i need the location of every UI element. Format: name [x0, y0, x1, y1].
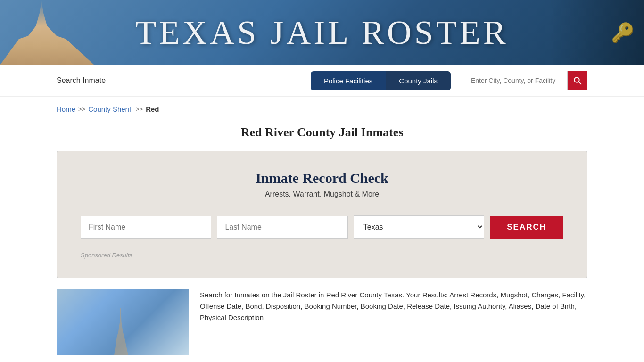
search-form-row: AlabamaAlaskaArizonaArkansasCaliforniaCo… — [81, 215, 563, 239]
search-inmate-label: Search Inmate — [57, 76, 106, 85]
breadcrumb: Home >> County Sheriff >> Red — [0, 97, 644, 118]
header-banner: Texas Jail Roster — [0, 0, 644, 65]
police-facilities-button[interactable]: Police Facilities — [311, 71, 386, 90]
svg-line-1 — [578, 82, 581, 84]
last-name-input[interactable] — [217, 216, 347, 239]
nav-search-container — [464, 71, 587, 90]
first-name-input[interactable] — [81, 216, 211, 239]
bottom-description: Search for Inmates on the Jail Roster in… — [189, 289, 587, 323]
breadcrumb-sep-2: >> — [136, 106, 143, 113]
record-check-box: Inmate Record Check Arrests, Warrant, Mu… — [57, 151, 587, 278]
breadcrumb-current: Red — [146, 105, 159, 113]
capitol-image — [0, 0, 94, 65]
search-icon — [573, 76, 582, 85]
navbar: Search Inmate Police Facilities County J… — [0, 65, 644, 97]
county-jails-button[interactable]: County Jails — [386, 71, 451, 90]
breadcrumb-home[interactable]: Home — [57, 105, 75, 113]
breadcrumb-sep-1: >> — [78, 106, 85, 113]
breadcrumb-county-sheriff[interactable]: County Sheriff — [88, 105, 133, 113]
record-check-title: Inmate Record Check — [81, 170, 563, 186]
nav-search-button[interactable] — [568, 71, 587, 90]
nav-search-input[interactable] — [464, 71, 568, 90]
state-select[interactable]: AlabamaAlaskaArizonaArkansasCaliforniaCo… — [354, 215, 484, 239]
nav-buttons: Police Facilities County Jails — [311, 71, 451, 90]
bottom-image — [57, 289, 189, 355]
bottom-section: Search for Inmates on the Jail Roster in… — [0, 289, 644, 355]
page-title-section: Red River County Jail Inmates — [0, 118, 644, 151]
banner-title: Texas Jail Roster — [135, 13, 508, 52]
sponsored-results: Sponsored Results — [81, 252, 563, 259]
page-title: Red River County Jail Inmates — [57, 125, 587, 140]
record-search-button[interactable]: SEARCH — [490, 216, 563, 239]
record-check-subtitle: Arrests, Warrant, Mugshot & More — [81, 190, 563, 198]
keys-image — [550, 0, 644, 65]
